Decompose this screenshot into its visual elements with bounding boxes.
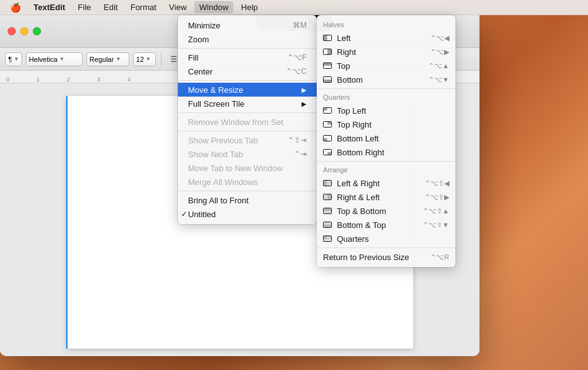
menu-item-fill[interactable]: Fill ⌃⌥F [178, 51, 317, 64]
left-right-icon [323, 180, 332, 186]
submenu-item-top-right[interactable]: Top Right [317, 117, 456, 131]
left-right-shortcut: ⌃⌥⇧◀ [425, 179, 449, 188]
font-chevron: ▼ [59, 56, 64, 62]
submenu-item-bottom-right[interactable]: Bottom Right [317, 145, 456, 159]
menu-item-merge-windows[interactable]: Merge All Windows [178, 175, 317, 189]
menu-item-minimize[interactable]: Minimize ⌘M [178, 18, 317, 32]
menubar-format[interactable]: Format [126, 1, 162, 13]
halves-label: Halves [317, 18, 456, 31]
full-screen-tile-arrow: ▶ [302, 100, 307, 107]
next-tab-shortcut: ⌃⇥ [294, 150, 307, 158]
bottom-right-icon [323, 149, 332, 155]
svg-rect-29 [324, 236, 327, 239]
svg-rect-17 [324, 181, 327, 186]
menu-item-full-screen-tile[interactable]: Full Screen Tile ▶ [178, 97, 317, 110]
menu-item-untitled[interactable]: Untitled [178, 207, 317, 221]
weight-value: Regular [90, 56, 114, 63]
size-chevron: ▼ [146, 56, 151, 62]
quarters-icon [323, 236, 332, 242]
weight-select[interactable]: Regular ▼ [86, 52, 129, 66]
menu-item-move-resize[interactable]: Move & Resize ▶ [178, 83, 317, 97]
svg-rect-23 [324, 208, 332, 212]
svg-rect-5 [324, 63, 332, 66]
menu-item-show-next-tab[interactable]: Show Next Tab ⌃⇥ [178, 147, 317, 161]
font-value: Helvetica [29, 56, 57, 63]
menu-item-center[interactable]: Center ⌃⌥C [178, 64, 317, 78]
left-shortcut: ⌃⌥◀ [430, 34, 449, 42]
svg-rect-11 [327, 122, 332, 125]
submenu-item-top[interactable]: Top ⌃⌥▲ [317, 59, 456, 73]
submenu-sep-3 [317, 248, 456, 248]
svg-rect-31 [324, 239, 327, 242]
window-menu: Minimize ⌘M Zoom Fill ⌃⌥F Center ⌃⌥C Mov… [178, 15, 317, 224]
submenu-item-top-bottom[interactable]: Top & Bottom ⌃⌥⇧▲ [317, 204, 456, 218]
submenu-item-left[interactable]: Left ⌃⌥◀ [317, 31, 456, 45]
menu-item-bring-front[interactable]: Bring All to Front [178, 193, 317, 207]
menu-item-zoom[interactable]: Zoom [178, 32, 317, 46]
submenu-item-bottom-left[interactable]: Bottom Left [317, 131, 456, 145]
menubar-help[interactable]: Help [236, 1, 263, 13]
svg-rect-15 [327, 152, 332, 155]
bottom-shortcut: ⌃⌥▼ [428, 76, 449, 84]
font-select[interactable]: Helvetica ▼ [26, 52, 83, 66]
size-value: 12 [136, 56, 144, 63]
menu-item-move-tab[interactable]: Move Tab to New Window [178, 161, 317, 175]
move-resize-submenu: Halves Left ⌃⌥◀ Right ⌃⌥▶ Top ⌃⌥▲ [317, 15, 456, 267]
submenu-item-top-left[interactable]: Top Left [317, 104, 456, 117]
right-left-icon [323, 194, 332, 200]
submenu-sep-1 [317, 88, 456, 89]
move-resize-arrow: ▶ [302, 87, 307, 93]
svg-rect-27 [324, 222, 332, 225]
svg-rect-30 [327, 236, 332, 239]
top-bottom-icon [323, 208, 332, 214]
submenu-item-bottom[interactable]: Bottom ⌃⌥▼ [317, 73, 456, 87]
menu-sep-4 [178, 131, 317, 131]
style-select[interactable]: ¶ ▼ [5, 52, 22, 66]
center-shortcut: ⌃⌥C [286, 67, 307, 76]
style-chevron: ▼ [14, 56, 19, 62]
return-prev-shortcut: ⌃⌥R [430, 253, 449, 261]
menubar-textedit[interactable]: TextEdit [28, 1, 70, 13]
menu-sep-1 [178, 48, 317, 49]
apple-menu[interactable]: 🍎 [5, 3, 26, 13]
bottom-top-icon [323, 222, 332, 228]
right-shortcut: ⌃⌥▶ [430, 48, 449, 56]
ruler-mark-0: 0 [6, 76, 9, 83]
size-select[interactable]: 12 ▼ [133, 52, 156, 66]
svg-rect-21 [324, 194, 327, 200]
quarters-label: Quarters [317, 91, 456, 104]
traffic-lights [8, 27, 41, 35]
svg-rect-13 [324, 138, 327, 141]
style-value: ¶ [8, 56, 12, 63]
minimize-button[interactable] [20, 27, 28, 35]
top-shortcut: ⌃⌥▲ [428, 62, 449, 70]
svg-rect-7 [324, 80, 332, 83]
submenu-item-quarters[interactable]: Quarters [317, 232, 456, 246]
menu-item-show-prev-tab[interactable]: Show Previous Tab ⌃⇧⇥ [178, 133, 317, 147]
ruler-mark-1: 1 [37, 76, 40, 83]
submenu-item-return-prev[interactable]: Return to Previous Size ⌃⌥R [317, 250, 456, 264]
prev-tab-shortcut: ⌃⇧⇥ [288, 136, 307, 145]
menubar-view[interactable]: View [164, 1, 192, 13]
svg-rect-18 [327, 181, 332, 186]
submenu-item-right-left[interactable]: Right & Left ⌃⌥⇧▶ [317, 190, 456, 204]
close-button[interactable] [8, 27, 16, 35]
menubar-file[interactable]: File [73, 1, 96, 13]
bottom-top-shortcut: ⌃⌥⇧▼ [423, 221, 449, 229]
submenu-item-right[interactable]: Right ⌃⌥▶ [317, 45, 456, 59]
bottom-left-icon [323, 135, 332, 141]
arrange-label: Arrange [317, 164, 456, 176]
menu-sep-3 [178, 112, 317, 113]
menu-item-remove-window[interactable]: Remove Window from Set [178, 115, 317, 129]
top-left-icon [323, 107, 332, 114]
maximize-button[interactable] [33, 27, 41, 35]
menubar-edit[interactable]: Edit [98, 1, 122, 13]
ruler-mark-2: 2 [67, 76, 70, 83]
menu-sep-2 [178, 80, 317, 81]
submenu-item-bottom-top[interactable]: Bottom & Top ⌃⌥⇧▼ [317, 218, 456, 232]
submenu-item-left-right[interactable]: Left & Right ⌃⌥⇧◀ [317, 176, 456, 190]
svg-rect-9 [324, 108, 327, 111]
menubar-window[interactable]: Window [194, 1, 233, 13]
ruler-mark-4: 4 [127, 76, 131, 83]
svg-rect-3 [327, 49, 332, 55]
